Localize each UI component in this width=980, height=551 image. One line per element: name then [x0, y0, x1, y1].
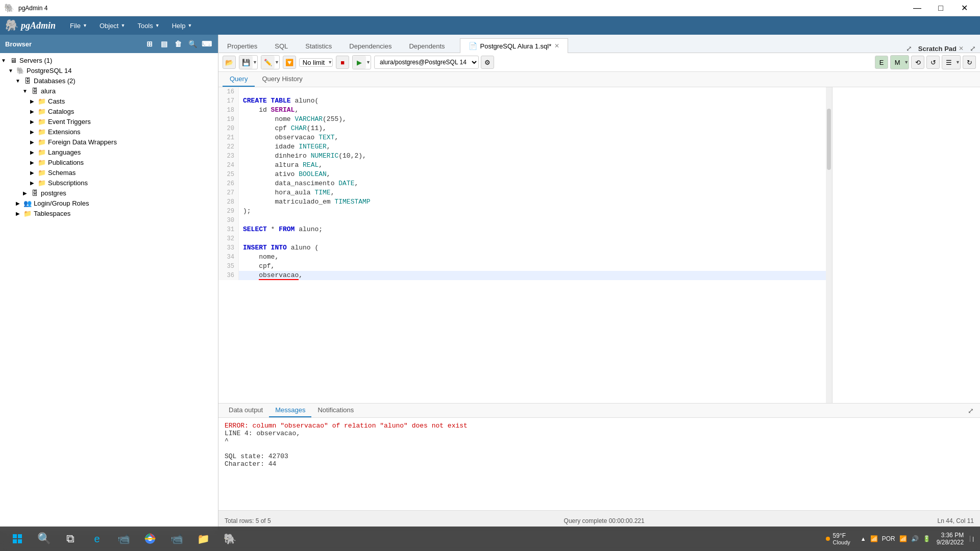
save-button[interactable]: 💾 [239, 56, 253, 69]
pgadmin-button[interactable]: 🐘 [218, 528, 241, 550]
taskview-button[interactable]: ⧉ [59, 528, 82, 550]
zoom-button[interactable]: 📹 [165, 528, 188, 550]
tree-item[interactable]: ▼🗄alura [0, 86, 218, 96]
query-tab-query[interactable]: Query [223, 72, 255, 87]
browser-tool-grid[interactable]: ⊞ [143, 38, 156, 50]
tree-arrow[interactable]: ▶ [29, 97, 36, 105]
speaker-icon[interactable]: 🔊 [911, 535, 919, 542]
tab-sql[interactable]: SQL [266, 39, 297, 53]
open-file-button[interactable]: 📂 [223, 56, 236, 69]
browser-tool-terminal[interactable]: ⌨ [201, 38, 213, 50]
tree-item[interactable]: ▶📁Languages [0, 147, 218, 157]
tree-item[interactable]: ▶📁Casts [0, 96, 218, 106]
bottom-tab-messages[interactable]: Messages [269, 404, 311, 417]
scratch-pad-body[interactable] [832, 87, 980, 403]
meet-button[interactable]: 📹 [112, 528, 135, 550]
tree-arrow[interactable]: ▶ [29, 159, 36, 166]
tree-arrow[interactable]: ▶ [29, 138, 36, 145]
files-button[interactable]: 📁 [192, 528, 214, 550]
tree-arrow[interactable]: ▶ [14, 210, 21, 217]
tree-item[interactable]: ▶📁Foreign Data Wrappers [0, 137, 218, 147]
tree-arrow[interactable]: ▶ [29, 179, 36, 186]
tab-sql-file[interactable]: 📄 PostgreSQL Alura 1.sql* ✕ [460, 38, 569, 53]
clock[interactable]: 3:36 PM 9/28/2022 [937, 532, 964, 546]
network-icon[interactable]: 📶 [870, 535, 878, 542]
message-line: SQL state: 42703 [225, 453, 974, 460]
tree-arrow[interactable]: ▼ [0, 57, 7, 64]
scratch-close-icon[interactable]: ✕ [959, 45, 964, 52]
chrome-button[interactable] [139, 528, 161, 550]
tab-properties[interactable]: Properties [218, 39, 266, 53]
menu-object[interactable]: Object ▼ [93, 16, 132, 35]
tree-arrow[interactable]: ▶ [29, 169, 36, 176]
tab-statistics[interactable]: Statistics [297, 39, 340, 53]
battery-icon[interactable]: 🔋 [923, 535, 930, 542]
tree-arrow[interactable]: ▶ [21, 189, 29, 196]
tree-item[interactable]: ▶📁Schemas [0, 167, 218, 178]
bottom-tab-notifications[interactable]: Notifications [311, 404, 360, 417]
tab-dependencies[interactable]: Dependencies [340, 39, 400, 53]
tree-item[interactable]: ▼🖥Servers (1) [0, 55, 218, 65]
filter-dropdown: No limit [300, 59, 328, 66]
tree-item[interactable]: ▼🐘PostgreSQL 14 [0, 65, 218, 76]
up-arrow-icon[interactable]: ▲ [861, 536, 866, 542]
show-desktop-button[interactable]: | [970, 536, 974, 542]
menu-tools[interactable]: Tools ▼ [131, 16, 165, 35]
line-number: 17 [218, 96, 239, 106]
close-button[interactable]: ✕ [952, 0, 976, 16]
connection-select[interactable]: alura/postgres@PostgreSQL 14 [374, 56, 479, 69]
expand-left-icon[interactable]: ⤢ [906, 44, 912, 53]
tree-arrow[interactable]: ▶ [14, 199, 21, 207]
start-button[interactable] [6, 528, 29, 550]
bottom-tab-data-output[interactable]: Data output [223, 404, 269, 417]
editor-scrollbar[interactable] [826, 87, 832, 403]
tree-arrow[interactable]: ▶ [29, 128, 36, 135]
expand-right-icon[interactable]: ⤢ [970, 44, 976, 53]
tree-item[interactable]: ▼🗄Databases (2) [0, 76, 218, 86]
browser-tool-search[interactable]: 🔍 [186, 38, 199, 50]
bottom-expand-icon[interactable]: ⤢ [968, 407, 976, 415]
rollback-button[interactable]: ↺ [926, 56, 940, 69]
tree-label: Tablespaces [34, 210, 70, 217]
filter-button[interactable]: 🔽 [283, 56, 296, 69]
refresh-button[interactable]: ↻ [963, 56, 976, 69]
maximize-button[interactable]: □ [929, 0, 952, 16]
explain-analyze-button[interactable]: M [891, 56, 904, 69]
stop-button[interactable]: ■ [336, 56, 349, 69]
tree-item[interactable]: ▶🗄postgres [0, 188, 218, 198]
edge-button[interactable]: e [86, 528, 108, 550]
menu-help[interactable]: Help ▼ [166, 16, 199, 35]
tree-item[interactable]: ▶📁Event Triggers [0, 116, 218, 127]
tree-item[interactable]: ▶📁Publications [0, 157, 218, 167]
code-line: 18 id SERIAL, [218, 106, 826, 115]
connection-manage-button[interactable]: ⚙ [481, 56, 494, 69]
run-button[interactable]: ▶ [353, 56, 366, 69]
tree-item[interactable]: ▶👥Login/Group Roles [0, 198, 218, 208]
code-editor[interactable]: 1617CREATE TABLE aluno(18 id SERIAL,19 n… [218, 87, 826, 403]
query-tab-history[interactable]: Query History [255, 72, 309, 87]
commit-button[interactable]: ⟲ [911, 56, 924, 69]
tree-arrow[interactable]: ▼ [14, 77, 21, 84]
browser-tool-table[interactable]: ▤ [158, 38, 170, 50]
tab-close-icon[interactable]: ✕ [554, 42, 559, 49]
tree-label: alura [41, 87, 56, 95]
tree-item[interactable]: ▶📁Tablespaces [0, 208, 218, 218]
tree-arrow[interactable]: ▶ [29, 118, 36, 125]
menu-file[interactable]: File ▼ [64, 16, 93, 35]
tree-arrow[interactable]: ▶ [29, 108, 36, 115]
tree-arrow[interactable]: ▼ [21, 87, 29, 94]
browser-tool-delete[interactable]: 🗑 [172, 38, 184, 50]
minimize-button[interactable]: — [905, 0, 929, 16]
tree-arrow[interactable]: ▶ [29, 148, 36, 156]
browser-tools: ⊞ ▤ 🗑 🔍 ⌨ [143, 38, 213, 50]
tree-item[interactable]: ▶📁Extensions [0, 127, 218, 137]
tree-item[interactable]: ▶📁Catalogs [0, 106, 218, 116]
explain-button[interactable]: E [875, 56, 888, 69]
wifi-icon[interactable]: 📶 [899, 535, 907, 542]
tab-dependents[interactable]: Dependents [400, 39, 453, 53]
tree-item[interactable]: ▶📁Subscriptions [0, 178, 218, 188]
tree-arrow[interactable]: ▼ [7, 67, 14, 74]
search-taskbar-button[interactable]: 🔍 [33, 528, 55, 550]
macros-button[interactable]: ☰ [942, 56, 955, 69]
pencil-button[interactable]: ✏️ [261, 56, 275, 69]
